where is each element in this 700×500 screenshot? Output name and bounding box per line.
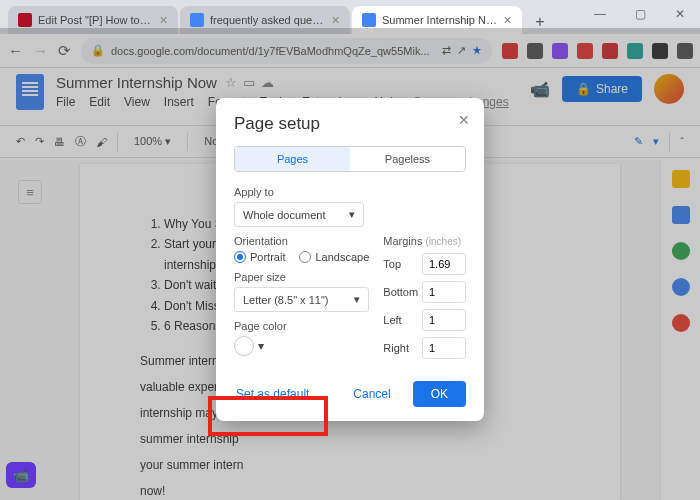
page-setup-dialog: Page setup ✕ Pages Pageless Apply to Who…: [216, 98, 484, 421]
cancel-button[interactable]: Cancel: [341, 381, 402, 407]
ok-button[interactable]: OK: [413, 381, 466, 407]
tab-close-icon[interactable]: ✕: [331, 14, 340, 27]
orientation-label: Orientation: [234, 235, 369, 247]
favicon-icon: [18, 13, 32, 27]
dialog-close-icon[interactable]: ✕: [458, 112, 470, 128]
margin-right-input[interactable]: [422, 337, 466, 359]
favicon-icon: [190, 13, 204, 27]
margin-bottom-input[interactable]: [422, 281, 466, 303]
margin-left-label: Left: [383, 314, 401, 326]
apply-to-select[interactable]: Whole document▾: [234, 202, 364, 227]
meet-floating-button[interactable]: 📹: [6, 462, 36, 488]
set-default-button[interactable]: Set as default: [234, 381, 311, 407]
tab-title: Edit Post "[P] How to Change: [38, 14, 153, 26]
page-color-swatch[interactable]: [234, 336, 254, 356]
portrait-radio[interactable]: Portrait: [234, 251, 285, 263]
window-close[interactable]: ✕: [660, 0, 700, 28]
dialog-title: Page setup: [234, 114, 466, 134]
chevron-down-icon[interactable]: ▾: [258, 339, 264, 353]
tab-title: Summer Internship Now - Go: [382, 14, 497, 26]
favicon-icon: [362, 13, 376, 27]
apply-to-label: Apply to: [234, 186, 466, 198]
paper-size-label: Paper size: [234, 271, 369, 283]
margin-bottom-label: Bottom: [383, 286, 418, 298]
tab-title: frequently asked questions at: [210, 14, 325, 26]
paper-size-select[interactable]: Letter (8.5" x 11")▾: [234, 287, 369, 312]
window-maximize[interactable]: ▢: [620, 0, 660, 28]
landscape-radio[interactable]: Landscape: [299, 251, 369, 263]
margins-label: Margins (inches): [383, 235, 466, 247]
margin-top-input[interactable]: [422, 253, 466, 275]
tab-pageless[interactable]: Pageless: [350, 147, 465, 171]
tab-close-icon[interactable]: ✕: [159, 14, 168, 27]
tab-close-icon[interactable]: ✕: [503, 14, 512, 27]
chevron-down-icon: ▾: [354, 293, 360, 306]
window-minimize[interactable]: —: [580, 0, 620, 28]
margin-right-label: Right: [383, 342, 409, 354]
tab-pages[interactable]: Pages: [235, 147, 350, 171]
margin-left-input[interactable]: [422, 309, 466, 331]
chevron-down-icon: ▾: [349, 208, 355, 221]
page-color-label: Page color: [234, 320, 369, 332]
margin-top-label: Top: [383, 258, 401, 270]
